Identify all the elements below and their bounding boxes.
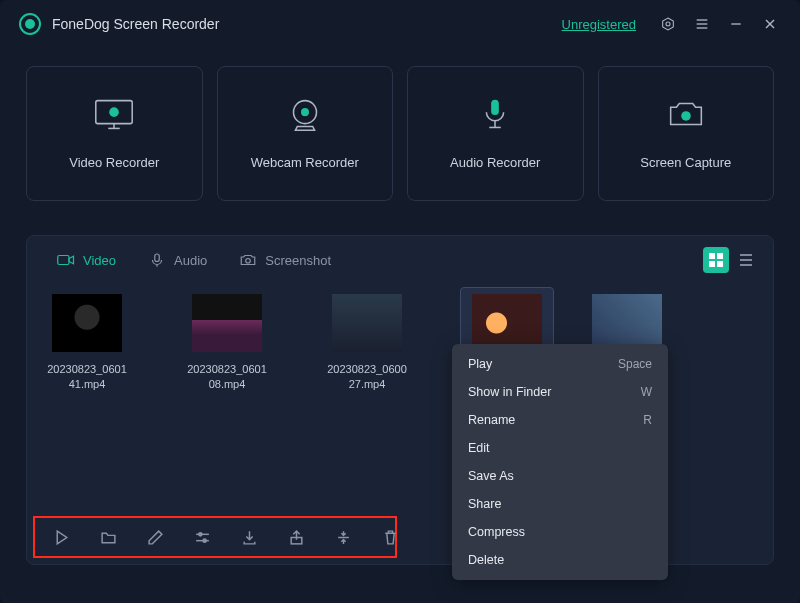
recording-item[interactable]: 20230823_060027.mp4 — [327, 294, 407, 393]
register-link[interactable]: Unregistered — [562, 17, 636, 32]
close-icon[interactable] — [758, 12, 782, 36]
monitor-record-icon — [91, 97, 137, 133]
tab-screenshot[interactable]: Screenshot — [223, 252, 347, 268]
svg-rect-27 — [709, 261, 715, 267]
tab-video[interactable]: Video — [41, 252, 132, 268]
card-label: Screen Capture — [640, 155, 731, 170]
ctx-play[interactable]: PlaySpace — [452, 350, 668, 378]
recording-item[interactable]: 20230823_060141.mp4 — [47, 294, 127, 393]
trash-icon[interactable] — [382, 527, 399, 547]
svg-rect-22 — [155, 254, 160, 262]
ctx-edit[interactable]: Edit — [452, 434, 668, 462]
svg-point-13 — [109, 107, 119, 117]
thumbnail-icon — [192, 294, 262, 352]
share-icon[interactable] — [288, 527, 305, 547]
svg-point-34 — [199, 532, 202, 535]
compress-icon[interactable] — [335, 527, 352, 547]
card-label: Video Recorder — [69, 155, 159, 170]
tab-audio[interactable]: Audio — [132, 252, 223, 268]
webcam-recorder-card[interactable]: Webcam Recorder — [217, 66, 394, 201]
minimize-icon[interactable] — [724, 12, 748, 36]
video-recorder-card[interactable]: Video Recorder — [26, 66, 203, 201]
file-name: 20230823_060027.mp4 — [327, 362, 407, 392]
file-name: 20230823_060141.mp4 — [47, 362, 127, 392]
svg-marker-21 — [69, 256, 74, 264]
svg-point-24 — [246, 259, 251, 264]
camera-icon — [663, 97, 709, 133]
sliders-icon[interactable] — [194, 527, 211, 547]
card-label: Webcam Recorder — [251, 155, 359, 170]
svg-point-15 — [300, 107, 310, 117]
tab-label: Video — [83, 253, 116, 268]
title-bar: FoneDog Screen Recorder Unregistered — [0, 0, 800, 48]
svg-point-3 — [666, 22, 670, 26]
screen-capture-card[interactable]: Screen Capture — [598, 66, 775, 201]
audio-recorder-card[interactable]: Audio Recorder — [407, 66, 584, 201]
context-menu: PlaySpace Show in FinderW RenameR Edit S… — [452, 344, 668, 580]
ctx-compress[interactable]: Compress — [452, 518, 668, 546]
microphone-icon — [472, 97, 518, 133]
ctx-rename[interactable]: RenameR — [452, 406, 668, 434]
thumbnail-icon — [52, 294, 122, 352]
list-view-button[interactable] — [733, 247, 759, 273]
recording-item[interactable]: 20230823_060108.mp4 — [187, 294, 267, 393]
settings-icon[interactable] — [656, 12, 680, 36]
grid-view-button[interactable] — [703, 247, 729, 273]
play-icon[interactable] — [53, 527, 70, 547]
save-icon[interactable] — [241, 527, 258, 547]
svg-marker-2 — [663, 18, 674, 30]
svg-point-19 — [681, 111, 691, 121]
svg-rect-16 — [491, 100, 499, 115]
svg-point-36 — [203, 539, 206, 542]
ctx-delete[interactable]: Delete — [452, 546, 668, 574]
svg-point-1 — [25, 19, 35, 29]
tabs-bar: Video Audio Screenshot — [27, 236, 773, 284]
menu-icon[interactable] — [690, 12, 714, 36]
svg-rect-20 — [58, 256, 69, 265]
svg-marker-32 — [57, 531, 67, 544]
ctx-save-as[interactable]: Save As — [452, 462, 668, 490]
svg-rect-26 — [717, 253, 723, 259]
card-label: Audio Recorder — [450, 155, 540, 170]
app-title: FoneDog Screen Recorder — [52, 16, 219, 32]
action-toolbar — [33, 516, 397, 558]
folder-icon[interactable] — [100, 527, 117, 547]
ctx-show-in-finder[interactable]: Show in FinderW — [452, 378, 668, 406]
tab-label: Audio — [174, 253, 207, 268]
tab-label: Screenshot — [265, 253, 331, 268]
webcam-icon — [282, 97, 328, 133]
feature-row: Video Recorder Webcam Recorder Audio Rec… — [0, 48, 800, 201]
file-name: 20230823_060108.mp4 — [187, 362, 267, 392]
svg-rect-25 — [709, 253, 715, 259]
edit-icon[interactable] — [147, 527, 164, 547]
svg-rect-28 — [717, 261, 723, 267]
app-logo — [18, 12, 42, 36]
ctx-share[interactable]: Share — [452, 490, 668, 518]
thumbnail-icon — [332, 294, 402, 352]
